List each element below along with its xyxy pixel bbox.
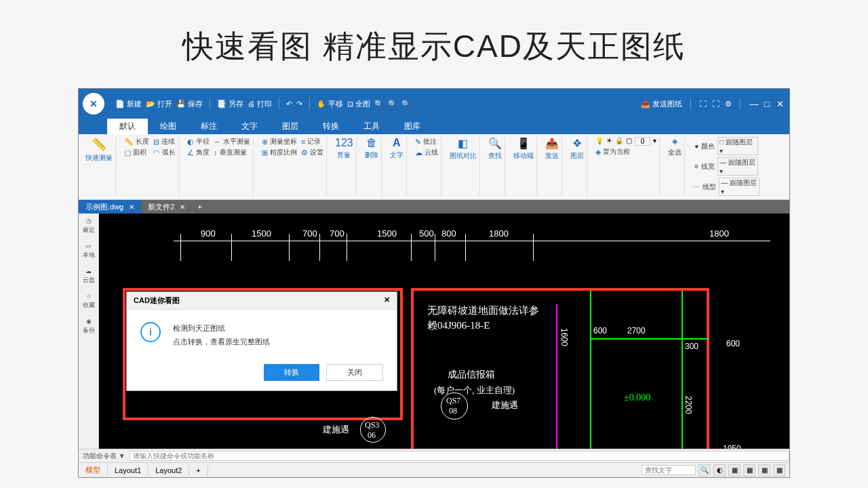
- menu-tab-layer[interactable]: 图层: [270, 119, 311, 134]
- minimize-icon[interactable]: —: [749, 99, 760, 109]
- close-icon[interactable]: ✕: [774, 99, 785, 109]
- status-toggle-icon[interactable]: ◐: [713, 464, 726, 476]
- settings-icon[interactable]: ⚙: [725, 100, 732, 108]
- tool-record[interactable]: ≡记录: [301, 137, 323, 146]
- redo-icon[interactable]: ↷: [296, 100, 302, 108]
- drawing-canvas[interactable]: 900 1500 700 700 1500 500 800 1800 1800: [99, 214, 789, 449]
- status-option-icon[interactable]: ▦: [743, 464, 755, 476]
- layer-button[interactable]: ❖图层: [570, 137, 584, 161]
- tool-area[interactable]: ▢面积: [124, 148, 149, 157]
- tool-settings[interactable]: ⚙设置: [301, 148, 323, 157]
- tool-precision[interactable]: ⊞精度比例: [262, 148, 297, 157]
- prop-color-label: 颜色: [701, 142, 715, 151]
- tab-close-icon[interactable]: ✕: [180, 203, 185, 211]
- menu-tab-tool[interactable]: 工具: [351, 119, 392, 134]
- menu-tab-text[interactable]: 文字: [229, 119, 270, 134]
- tool-horiz[interactable]: ↔水平测量: [214, 137, 250, 146]
- dialog-close-icon[interactable]: ✕: [384, 296, 390, 306]
- pan-button[interactable]: ✋ 平移: [317, 99, 343, 109]
- saveas-button[interactable]: 📑 另存: [217, 99, 243, 109]
- dialog-line2: 点击转换，查看原生完整图纸: [173, 336, 270, 349]
- select-all-button[interactable]: ◈全选: [668, 137, 682, 157]
- main-area: ◷最近 ▭本地 ☁云盘 ☆收藏 ◉备份 900 1500 700 700 150…: [79, 214, 789, 449]
- layout-tab-2[interactable]: Layout2: [149, 465, 189, 476]
- menu-tab-draw[interactable]: 绘图: [148, 119, 189, 134]
- maximize-icon[interactable]: □: [762, 99, 772, 109]
- dim-label: 2200: [684, 396, 693, 414]
- command-label[interactable]: 功能命令表 ▼: [79, 451, 130, 461]
- menu-tab-default[interactable]: 默认: [107, 119, 148, 134]
- tab-close-icon[interactable]: ✕: [129, 203, 134, 211]
- layout-tab-1[interactable]: Layout1: [108, 465, 149, 476]
- new-button[interactable]: 📄 新建: [115, 99, 142, 109]
- info-icon: i: [140, 322, 161, 342]
- menu-tabs: 默认 绘图 标注 文字 图层 转换 工具 图库: [79, 119, 789, 134]
- dialog-line1: 检测到天正图纸: [173, 322, 270, 336]
- command-bar: 功能命令表 ▼: [79, 449, 789, 462]
- elevation-text: ±0.000: [624, 392, 650, 403]
- tool-continuous[interactable]: ⊟连续: [153, 137, 176, 146]
- layout-tab-model[interactable]: 模型: [79, 464, 108, 476]
- convert-button[interactable]: 转换: [264, 364, 319, 381]
- cloud-button[interactable]: ☁云线: [415, 148, 438, 157]
- sidebar-fav[interactable]: ☆收藏: [83, 293, 95, 310]
- zoomwin-icon[interactable]: 🔍: [401, 100, 411, 108]
- lw-select[interactable]: — 跟随图层 ▾: [717, 157, 758, 176]
- zoomout-icon[interactable]: 🔍: [388, 100, 397, 108]
- tool-length[interactable]: 📏长度: [124, 137, 149, 146]
- page-heading: 快速看图 精准显示CAD及天正图纸: [0, 0, 868, 87]
- tool-angle[interactable]: ∠角度: [187, 148, 210, 157]
- annotate-button[interactable]: ✎批注: [415, 137, 438, 146]
- menu-tab-dim[interactable]: 标注: [189, 119, 229, 134]
- sidebar-backup[interactable]: ◉备份: [83, 318, 95, 335]
- tool-radius[interactable]: ◐半径: [187, 137, 210, 146]
- drawing-text: 建施遇: [492, 399, 518, 411]
- dim-label: 700: [330, 228, 344, 239]
- dim-label: 1500: [377, 228, 397, 239]
- search-icon[interactable]: 🔍: [698, 464, 711, 476]
- sidebar-cloud[interactable]: ☁云盘: [83, 268, 95, 285]
- close-button[interactable]: 关闭: [326, 364, 383, 381]
- dialog-title: CAD迷你看图: [134, 296, 180, 306]
- menu-tab-convert[interactable]: 转换: [311, 119, 351, 134]
- fullscreen-icon[interactable]: ⛶: [712, 100, 719, 108]
- doc-tab-2[interactable]: 新文件2✕: [141, 200, 192, 214]
- dim-label: 600: [593, 326, 607, 336]
- print-button[interactable]: 🖨 打印: [248, 99, 272, 109]
- undo-icon[interactable]: ↶: [286, 100, 292, 108]
- set-current-button[interactable]: ◈置为当前: [595, 147, 657, 157]
- compare-button[interactable]: ◧图纸对比: [450, 137, 477, 161]
- status-option-icon[interactable]: ▦: [773, 464, 785, 476]
- expand-icon[interactable]: ⛶: [699, 100, 707, 108]
- find-button[interactable]: 🔍查找: [488, 137, 502, 161]
- open-button[interactable]: 📂 打开: [146, 99, 172, 109]
- tool-arc[interactable]: ◠弧长: [153, 148, 176, 157]
- zoomin-icon[interactable]: 🔍: [374, 100, 384, 108]
- dim-label: 600: [726, 339, 740, 348]
- fullview-button[interactable]: ⊡ 全图: [347, 99, 370, 109]
- mobile-button[interactable]: 📱移动端: [513, 137, 534, 161]
- doc-tab-1[interactable]: 示例图.dwg✕: [79, 200, 141, 214]
- delete-button[interactable]: 🗑删除: [365, 137, 378, 160]
- sidebar-local[interactable]: ▭本地: [83, 243, 95, 260]
- calc-button[interactable]: 123算量: [335, 137, 353, 160]
- status-option-icon[interactable]: ▦: [758, 464, 770, 476]
- layout-add-icon[interactable]: +: [189, 465, 208, 476]
- sidebar-recent[interactable]: ◷最近: [83, 218, 95, 235]
- text-button[interactable]: A文字: [390, 137, 403, 160]
- add-tab-icon[interactable]: +: [192, 203, 207, 211]
- color-select[interactable]: □ 跟随图层 ▾: [717, 137, 758, 155]
- quick-measure-button[interactable]: 📏快速测量: [85, 137, 113, 163]
- title-bar: ✕ 📄 新建 📂 打开 💾 保存 📑 另存 🖨 打印 ↶ ↷ ✋ 平移 ⊡ 全图…: [79, 89, 789, 119]
- dim-label: 700: [302, 228, 317, 239]
- send-button[interactable]: 📤发送: [545, 137, 559, 161]
- command-input[interactable]: [130, 451, 789, 461]
- status-option-icon[interactable]: ▦: [728, 464, 741, 476]
- save-button[interactable]: 💾 保存: [176, 99, 203, 109]
- search-input[interactable]: [642, 465, 696, 475]
- tool-coord[interactable]: ⊕测量坐标: [262, 137, 297, 146]
- lt-select[interactable]: — 跟随图层 ▾: [719, 178, 760, 196]
- send-drawing-button[interactable]: 📤 发送图纸: [641, 99, 682, 109]
- menu-tab-lib[interactable]: 图库: [392, 119, 433, 134]
- tool-vert[interactable]: ↕垂直测量: [214, 148, 250, 157]
